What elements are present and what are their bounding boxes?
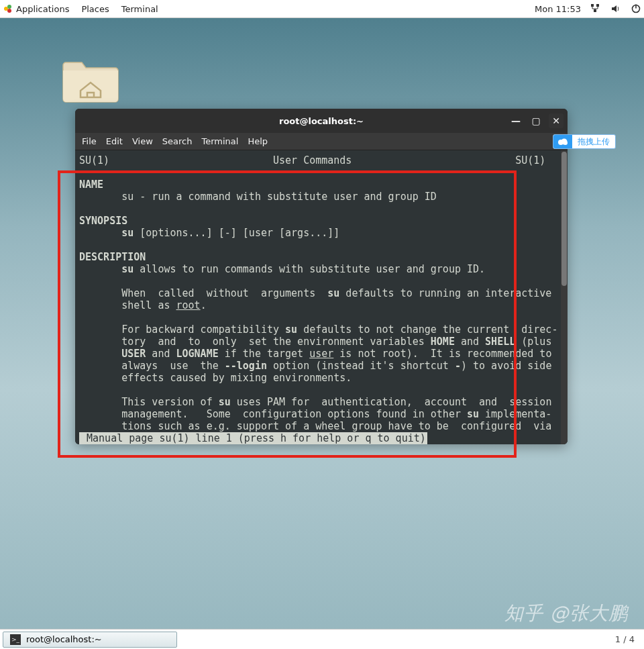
terminal-scrollbar[interactable] xyxy=(561,150,568,444)
bottom-panel: >_ root@localhost:~ 1 / 4 xyxy=(0,629,644,649)
window-title: root@localhost:~ xyxy=(279,116,364,126)
window-maximize-button[interactable]: ▢ xyxy=(529,113,543,128)
menu-terminal[interactable]: Terminal xyxy=(121,4,158,14)
svg-point-10 xyxy=(564,141,568,145)
distro-logo-icon xyxy=(3,3,13,14)
scrollbar-thumb[interactable] xyxy=(561,152,567,286)
menu-termmenu[interactable]: Terminal xyxy=(201,136,238,146)
terminal-viewport[interactable]: SU(1) User Commands SU(1) NAME su - run … xyxy=(75,150,568,444)
taskbar-terminal-button[interactable]: >_ root@localhost:~ xyxy=(3,632,177,648)
svg-rect-5 xyxy=(594,9,596,12)
manpage-status-line: Manual page su(1) line 1 (press h for he… xyxy=(79,432,427,444)
cloud-icon xyxy=(553,134,572,149)
menu-edit[interactable]: Edit xyxy=(106,136,123,146)
menu-search[interactable]: Search xyxy=(162,136,193,146)
cloud-upload-badge[interactable]: 拖拽上传 xyxy=(553,134,616,149)
desktop-home-folder[interactable] xyxy=(60,50,121,104)
menu-places[interactable]: Places xyxy=(81,4,109,14)
power-icon[interactable] xyxy=(631,3,641,14)
volume-icon[interactable] xyxy=(610,3,621,14)
window-titlebar[interactable]: root@localhost:~ — ▢ ✕ xyxy=(75,109,568,133)
top-panel: Applications Places Terminal Mon 11:53 xyxy=(0,0,644,18)
workspace-pager[interactable]: 1 / 4 xyxy=(615,634,641,644)
menu-help[interactable]: Help xyxy=(248,136,268,146)
clock[interactable]: Mon 11:53 xyxy=(535,4,581,14)
svg-point-1 xyxy=(7,5,11,9)
terminal-text: SU(1) User Commands SU(1) NAME su - run … xyxy=(78,153,565,444)
window-close-button[interactable]: ✕ xyxy=(549,113,564,128)
window-minimize-button[interactable]: — xyxy=(508,113,523,128)
watermark: 知乎 @张大鹏 xyxy=(504,601,628,626)
terminal-menubar: File Edit View Search Terminal Help xyxy=(75,133,568,150)
svg-rect-7 xyxy=(635,5,637,9)
svg-point-2 xyxy=(7,9,11,13)
terminal-icon: >_ xyxy=(10,634,21,645)
terminal-window: root@localhost:~ — ▢ ✕ File Edit View Se… xyxy=(75,109,568,444)
menu-view[interactable]: View xyxy=(132,136,153,146)
svg-rect-4 xyxy=(596,4,599,7)
network-icon[interactable] xyxy=(590,3,601,14)
svg-point-0 xyxy=(4,7,8,11)
cloud-upload-label: 拖拽上传 xyxy=(572,136,615,148)
menu-applications[interactable]: Applications xyxy=(16,4,69,14)
svg-rect-3 xyxy=(591,4,594,7)
menu-file[interactable]: File xyxy=(82,136,97,146)
taskbar-item-label: root@localhost:~ xyxy=(26,634,102,644)
